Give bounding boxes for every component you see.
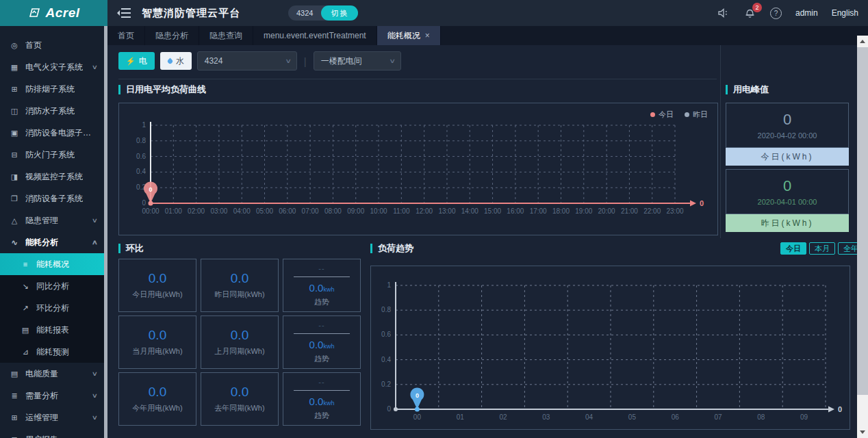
svg-text:09: 09 [800,413,808,421]
svg-text:04:00: 04:00 [233,207,251,215]
range-button-本月[interactable]: 本月 [809,242,835,255]
sidebar-item-label: 防火门子系统 [25,149,75,161]
svg-text:12:00: 12:00 [416,207,433,215]
tab-hazard-query[interactable]: 隐患查询 [199,26,253,45]
ops-icon: ⊞ [10,413,19,422]
svg-text:0: 0 [700,199,704,207]
trend-divider [294,390,350,391]
switch-project-button[interactable]: 切换 [321,5,358,21]
svg-text:0.8: 0.8 [136,137,146,144]
peak-card-today: 02020-04-02 00:00今日(kWh) [726,103,849,166]
power-quality-icon: ▤ [10,370,19,378]
top-header: 智慧消防管理云平台 4324 切换 2 ? a [107,0,868,26]
svg-text:01: 01 [457,413,465,421]
equipment-power-icon: ▣ [10,129,19,138]
chart-legend: 今日昨日 [650,110,708,120]
sidebar-item-fire-equipment[interactable]: ❐消防设备子系统 [0,188,104,209]
svg-text:0: 0 [387,405,391,413]
language-switch[interactable]: English [832,8,858,18]
ring-section-title: 环比 [118,244,144,253]
peak-card-body: 02020-04-02 00:00 [726,103,849,148]
ring-value: 0.0 [231,271,248,286]
ring-value: 0.0 [231,385,248,400]
brand-logo: Acrel [0,0,107,26]
svg-text:15:00: 15:00 [484,207,501,215]
app-window: Acrel ◎首页▦电气火灾子系统∨⊞防排烟子系统◫消防水子系统▣消防设备电源子… [0,0,868,438]
svg-text:00: 00 [413,413,422,421]
range-button-今日[interactable]: 今日 [780,242,806,255]
sidebar-item-label: 隐患管理 [25,215,58,227]
section-vertical-divider [720,45,721,238]
trend-label: 趋势 [314,354,329,364]
svg-text:18:00: 18:00 [552,207,570,215]
project-switcher: 4324 切换 [288,5,358,21]
water-filter-button[interactable]: 水 [160,52,192,70]
scroll-up-button[interactable] [857,36,868,47]
page-scrollbar[interactable] [857,36,868,438]
trend-unit: kwh [323,343,334,350]
sidebar-item-label: 能耗预测 [36,346,69,358]
tab-hazard-analysis[interactable]: 隐患分析 [145,26,199,45]
daily-load-chart-panel: 今日昨日 00.20.40.60.8100:0001:0002:0003:000… [118,103,718,235]
sidebar-item-power-quality[interactable]: ▤电能质量∨ [0,363,104,385]
chevron-down-icon: ∨ [389,57,396,64]
tab-event-treatment[interactable]: menu.event.eventTreatment [253,26,377,45]
user-menu[interactable]: admin [795,8,818,18]
tab-energy-overview[interactable]: 能耗概况× [377,26,441,45]
chevron-down-icon: ∨ [92,370,98,377]
room-select[interactable]: 一楼配电间 ∨ [314,51,401,70]
sidebar-item-home[interactable]: ◎首页 [0,34,104,56]
help-icon[interactable]: ? [770,8,782,19]
svg-text:0.8: 0.8 [381,306,391,313]
legend-dot [685,112,689,117]
scroll-down-button[interactable] [857,426,868,438]
ring-card: 0.0昨日同期(kWh) [201,259,279,312]
station-select[interactable]: 4324 ∨ [197,51,297,70]
sidebar-item-ops-mgmt[interactable]: ⊞运维管理∨ [0,407,104,428]
sound-icon[interactable] [718,7,730,19]
sidebar-item-label: 运维管理 [25,412,58,424]
header-actions: 2 ? admin English [718,7,858,19]
project-code: 4324 [288,9,321,17]
sidebar-item-electrical-fire[interactable]: ▦电气火灾子系统∨ [0,56,104,78]
tab-home[interactable]: 首页 [107,26,145,45]
sidebar-item-fire-water[interactable]: ◫消防水子系统 [0,100,104,122]
ring-label: 去年同期(kWh) [214,403,264,413]
sidebar-item-video-monitor[interactable]: ◨视频监控子系统 [0,166,104,188]
tab-label: 首页 [118,30,134,42]
scrollbar-thumb[interactable] [857,47,868,395]
sidebar-item-label: 消防设备子系统 [25,193,83,205]
svg-text:16:00: 16:00 [507,207,524,215]
filter-divider: | [304,55,307,67]
sidebar-item-energy-report[interactable]: ▤能耗报表 [0,319,104,341]
sidebar-item-user-report[interactable]: ⊡用户报告 [0,428,104,438]
ring-label: 今年用电(kWh) [132,403,182,413]
sidebar-item-smoke-exhaust[interactable]: ⊞防排烟子系统 [0,78,104,100]
sidebar-item-mom-analysis[interactable]: ↗环比分析 [0,297,104,319]
sidebar-item-energy-analysis[interactable]: ∿能耗分析∧ [0,231,104,253]
trend-top-value: -- [318,321,324,329]
menu-fold-icon[interactable] [117,8,131,18]
page-title: 智慧消防管理云平台 [142,7,240,20]
svg-text:02: 02 [499,413,507,421]
sidebar-item-energy-forecast[interactable]: ⊿能耗预测 [0,341,104,363]
sidebar-item-fire-door[interactable]: ⊟防火门子系统 [0,144,104,166]
sidebar-scrollbar[interactable] [104,26,107,438]
notification-bell-icon[interactable]: 2 [744,7,756,19]
water-drop-icon [166,57,173,64]
electric-filter-button[interactable]: ⚡ 电 [118,52,155,70]
sidebar-item-hazard-mgmt[interactable]: △隐患管理∨ [0,209,104,231]
ring-card: 0.0当月用电(kWh) [118,315,196,369]
tab-close-icon[interactable]: × [425,31,430,40]
sidebar-item-energy-overview[interactable]: ≡能耗概况 [0,253,104,275]
report-icon: ▤ [21,326,30,335]
sidebar-item-equipment-power[interactable]: ▣消防设备电源子系统 [0,122,104,144]
sidebar-item-yoy-analysis[interactable]: ↘同比分析 [0,275,104,297]
tab-label: menu.event.eventTreatment [264,31,366,40]
ring-card: 0.0今年用电(kWh) [118,372,196,426]
chevron-up-icon: ∧ [92,239,98,246]
svg-text:0.4: 0.4 [136,168,146,175]
svg-text:0.6: 0.6 [136,153,146,160]
svg-text:19:00: 19:00 [575,207,592,215]
sidebar-item-demand-analysis[interactable]: ≣需量分析∨ [0,385,104,407]
